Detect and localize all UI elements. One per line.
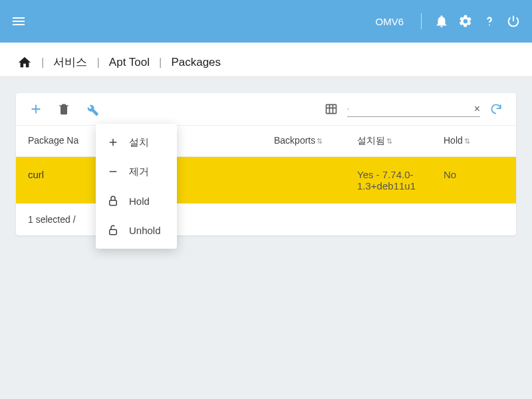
search-icon (347, 104, 350, 114)
packages-card: × Package Na Backports⇅ 설치됨⇅ Hold⇅ curl … (16, 93, 516, 235)
breadcrumb-sep: | (96, 56, 99, 69)
add-button[interactable] (28, 101, 44, 117)
wrench-menu: 설치 제거 Hold Unhold (96, 124, 177, 249)
svg-rect-3 (110, 200, 117, 205)
menu-remove[interactable]: 제거 (96, 157, 177, 186)
home-icon[interactable] (17, 55, 32, 70)
svg-rect-1 (327, 104, 336, 113)
table-header: Package Na Backports⇅ 설치됨⇅ Hold⇅ (16, 126, 516, 157)
column-header-hold[interactable]: Hold⇅ (444, 135, 504, 147)
column-header-backports[interactable]: Backports⇅ (274, 135, 357, 147)
svg-point-0 (489, 25, 490, 26)
breadcrumb-item[interactable]: 서비스 (53, 55, 87, 70)
gear-icon[interactable] (458, 13, 473, 29)
svg-point-2 (348, 108, 349, 109)
minus-icon (106, 165, 120, 178)
cell-backports (274, 169, 357, 192)
delete-button[interactable] (56, 101, 72, 117)
breadcrumb: | 서비스 | Apt Tool | Packages (0, 43, 532, 77)
menu-label: Hold (129, 196, 150, 207)
search-input-container: × (347, 102, 480, 117)
bell-icon[interactable] (434, 13, 450, 29)
cell-hold: No (444, 169, 504, 192)
app-header: OMV6 (0, 0, 532, 43)
table-row[interactable]: curl Yes - 7.74.0-1.3+deb11u1 No (16, 157, 516, 203)
cell-installed: Yes - 7.74.0-1.3+deb11u1 (357, 169, 444, 192)
menu-label: 제거 (129, 166, 149, 178)
breadcrumb-item[interactable]: Apt Tool (109, 56, 150, 69)
unlock-icon (106, 223, 120, 237)
refresh-button[interactable] (488, 101, 504, 117)
svg-rect-4 (110, 229, 117, 235)
menu-install[interactable]: 설치 (96, 128, 177, 157)
toolbar: × (16, 93, 516, 126)
selection-status: 1 selected / (16, 203, 516, 235)
column-header-installed[interactable]: 설치됨⇅ (357, 135, 444, 147)
search-input[interactable] (354, 104, 470, 114)
power-icon[interactable] (505, 13, 521, 29)
breadcrumb-sep: | (41, 56, 44, 69)
menu-label: Unhold (129, 225, 161, 236)
menu-icon[interactable] (11, 13, 27, 29)
brand-label: OMV6 (375, 16, 404, 27)
divider (421, 13, 422, 29)
lock-icon (106, 194, 120, 207)
breadcrumb-sep: | (159, 56, 162, 69)
plus-icon (106, 136, 120, 149)
help-icon[interactable] (481, 13, 497, 29)
menu-unhold[interactable]: Unhold (96, 215, 177, 245)
menu-label: 설치 (129, 136, 149, 149)
menu-hold[interactable]: Hold (96, 186, 177, 215)
columns-icon[interactable] (323, 101, 339, 117)
clear-search-icon[interactable]: × (474, 103, 480, 115)
breadcrumb-item[interactable]: Packages (171, 56, 221, 69)
wrench-button[interactable] (84, 101, 100, 117)
